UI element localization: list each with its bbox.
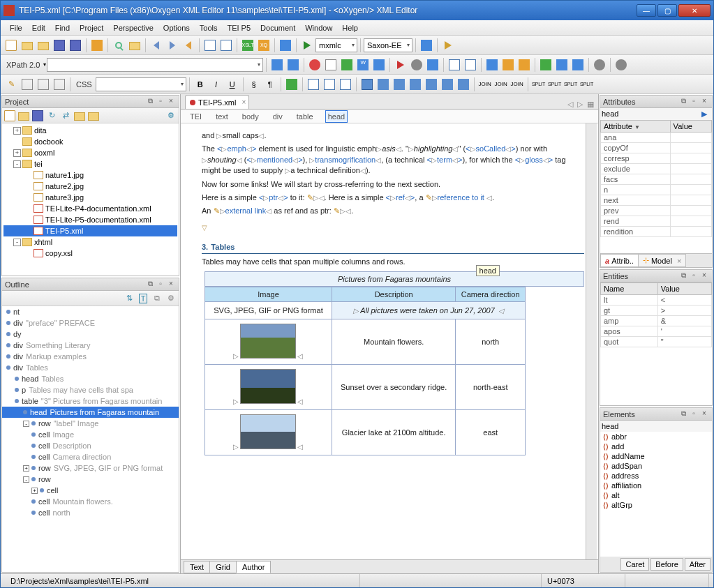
outline-close-icon[interactable]: × (166, 280, 176, 289)
wf-button[interactable]: W (355, 57, 371, 73)
col-right-button[interactable] (424, 77, 439, 92)
list-a-button[interactable] (306, 77, 321, 92)
project-item[interactable]: +dita (3, 125, 177, 136)
tool-g-button[interactable] (592, 57, 607, 73)
proj-addfolder-icon[interactable] (73, 110, 86, 122)
project-item[interactable]: nature1.jpg (3, 169, 177, 181)
xquery-button[interactable]: XQ (256, 38, 272, 53)
attr-min-icon[interactable]: ⧉ (678, 97, 688, 107)
del-row-button[interactable] (440, 77, 455, 92)
list-c-button[interactable] (338, 77, 353, 92)
proj-refresh-icon[interactable]: ↻ (45, 110, 58, 122)
bc-table[interactable]: table (295, 111, 315, 122)
attribute-row[interactable]: rend (601, 216, 712, 227)
join-a-button[interactable]: JOIN (477, 77, 493, 92)
outline-min-icon[interactable]: ⧉ (145, 280, 155, 289)
image-button[interactable] (284, 77, 299, 92)
project-item[interactable]: docbook (3, 136, 177, 147)
project-item[interactable]: copy.xsl (3, 248, 177, 259)
menu-options[interactable]: Options (158, 22, 195, 33)
tab-prev-icon[interactable]: ◁ (567, 100, 573, 109)
outline-pin-icon[interactable]: ▫ (156, 280, 165, 289)
tool-e-button[interactable] (554, 57, 570, 73)
element-item[interactable]: ⟨⟩addName (600, 451, 712, 461)
tab-model[interactable]: ⊹ Model× (638, 254, 686, 267)
proj-link-icon[interactable]: ⇄ (59, 110, 72, 122)
tag-b-button[interactable] (36, 77, 51, 92)
nav-back-button[interactable] (149, 38, 164, 53)
tool-f-button[interactable] (570, 57, 586, 73)
elem-close-icon[interactable]: × (699, 409, 709, 419)
wrench-button[interactable] (409, 57, 424, 73)
search-button[interactable] (111, 38, 126, 53)
check2-button[interactable] (323, 57, 339, 73)
element-item[interactable]: ⟨⟩affiliation (600, 481, 712, 490)
transform-button[interactable] (425, 57, 440, 73)
project-item[interactable]: nature3.jpg (3, 192, 177, 203)
outline-opts-icon[interactable]: ⧉ (151, 292, 163, 305)
tab-list-icon[interactable]: ▦ (587, 100, 594, 109)
outline-item[interactable]: cellMountain flowers. (2, 496, 179, 507)
db-button[interactable] (278, 38, 293, 53)
menu-teip5[interactable]: TEI P5 (222, 22, 255, 33)
css-combo[interactable] (96, 77, 186, 91)
bc-tei[interactable]: TEI (188, 111, 204, 122)
elem-combo[interactable]: head (602, 422, 711, 430)
outline-item[interactable]: div"preface" PREFACE (2, 317, 179, 329)
menu-tools[interactable]: Tools (195, 22, 223, 33)
underline-button[interactable]: U (225, 77, 240, 92)
nav-fwd-button[interactable] (165, 38, 180, 53)
join-c-button[interactable]: JOIN (510, 77, 525, 92)
outline-item[interactable]: cellCamera direction (2, 451, 179, 462)
menu-project[interactable]: Project (75, 22, 108, 33)
project-item[interactable]: TEI-Lite-P4-documentation.xml (3, 203, 177, 214)
ent-min-icon[interactable]: ⧉ (678, 271, 688, 281)
elem-min-icon[interactable]: ⧉ (678, 409, 688, 419)
project-pin-icon[interactable]: ▫ (156, 97, 165, 107)
bc-text[interactable]: text (214, 111, 230, 122)
table-ins-button[interactable] (359, 77, 375, 92)
mode-grid[interactable]: Grid (209, 561, 237, 573)
menu-window[interactable]: Window (300, 22, 337, 33)
menu-perspective[interactable]: Perspective (108, 22, 158, 33)
project-min-icon[interactable]: ⧉ (145, 97, 155, 107)
outline-item[interactable]: pTables may have cells that spa (2, 384, 179, 395)
attribute-row[interactable]: corresp (601, 153, 712, 164)
outline-item[interactable]: +rowSVG, JPEG, GIF or PNG format (2, 462, 179, 474)
tool-c-button[interactable] (516, 57, 532, 73)
tab-attributes[interactable]: a Attrib.. (600, 254, 639, 267)
outline-item[interactable]: divMarkup examples (2, 351, 179, 362)
outline-item[interactable]: cellDescription (2, 440, 179, 451)
join-b-button[interactable]: JOIN (493, 77, 509, 92)
outline-item[interactable]: headPictures from Fagaras mountain (2, 407, 179, 418)
tab-next-icon[interactable]: ▷ (577, 100, 583, 109)
split-b-button[interactable]: SPLIT (547, 77, 563, 92)
pencil-button[interactable]: ✎ (3, 77, 19, 92)
outline-item[interactable]: headTables (2, 373, 179, 384)
del-col-button[interactable] (456, 77, 471, 92)
config-button[interactable] (419, 38, 434, 53)
attribute-row[interactable]: rendition (601, 227, 712, 237)
outline-item[interactable]: nt (2, 306, 179, 317)
open-button[interactable] (20, 38, 35, 53)
col-left-button[interactable] (408, 77, 423, 92)
project-item[interactable]: -tei (3, 158, 177, 169)
project-item[interactable]: +ooxml (3, 147, 177, 158)
menu-edit[interactable]: Edit (27, 22, 50, 33)
tool-d-button[interactable] (538, 57, 553, 73)
proj-open-icon[interactable] (17, 110, 30, 122)
insert-before-button[interactable]: Before (650, 558, 683, 571)
menu-file[interactable]: File (5, 22, 27, 33)
attr-close-icon[interactable]: × (699, 97, 709, 107)
proj-addfile-icon[interactable] (87, 110, 100, 122)
attr-go-icon[interactable]: ▶ (698, 110, 711, 119)
insert-caret-button[interactable]: Caret (620, 558, 649, 571)
project-item[interactable]: nature2.jpg (3, 181, 177, 192)
attribute-row[interactable]: facs (601, 174, 712, 185)
project-item[interactable]: TEI-P5.xml (3, 225, 177, 236)
attribute-row[interactable]: prev (601, 206, 712, 216)
proj-filter-icon[interactable]: ⚙ (165, 110, 177, 122)
validate2-button[interactable] (285, 57, 301, 73)
outline-item[interactable]: -row"label" Image (2, 418, 179, 429)
attribute-row[interactable]: copyOf (601, 143, 712, 153)
